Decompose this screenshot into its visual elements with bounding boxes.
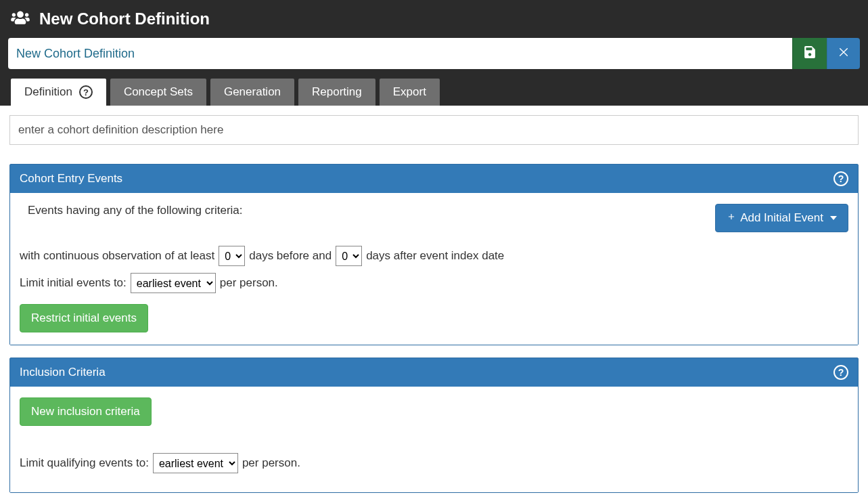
page-title: New Cohort Definition [39,9,210,28]
plus-icon [727,211,736,225]
obs-text-3: days after event index date [366,249,504,263]
panel-inclusion-criteria: Inclusion Criteria ? New inclusion crite… [9,358,859,493]
title-row: New Cohort Definition [8,7,860,38]
tab-label: Concept Sets [124,85,193,99]
tab-generation[interactable]: Generation [210,79,294,106]
panel-body: Events having any of the following crite… [10,193,858,345]
tab-reporting[interactable]: Reporting [298,79,375,106]
tab-label: Definition [24,85,72,99]
panel-body: New inclusion criteria Limit qualifying … [10,387,858,492]
help-icon[interactable]: ? [79,85,93,99]
button-label: Add Initial Event [740,211,823,225]
limit-initial-row: Limit initial events to: earliest event … [20,273,848,293]
help-icon[interactable]: ? [833,365,848,380]
restrict-initial-events-button[interactable]: Restrict initial events [20,304,148,332]
limit-initial-select[interactable]: earliest event [131,273,216,293]
obs-text-2: days before and [249,249,332,263]
app-header: New Cohort Definition Definition ? Conce… [0,0,868,106]
panel-title: Cohort Entry Events [20,172,122,186]
tab-label: Reporting [312,85,362,99]
limit-text-2: per person. [242,456,300,470]
observation-row: with continuous observation of at least … [20,246,848,266]
caret-down-icon [830,216,837,220]
new-inclusion-criteria-button[interactable]: New inclusion criteria [20,397,152,426]
entry-intro-row: Events having any of the following crite… [20,204,848,232]
panel-entry-events: Cohort Entry Events ? Events having any … [9,164,859,345]
limit-text-1: Limit initial events to: [20,276,127,290]
close-icon [838,47,849,60]
panel-header: Cohort Entry Events ? [10,165,858,193]
save-icon [804,46,816,61]
days-after-select[interactable]: 0 [336,246,362,266]
cohort-name-input[interactable] [8,38,792,69]
panel-header: Inclusion Criteria ? [10,358,858,387]
tab-concept-sets[interactable]: Concept Sets [110,79,206,106]
obs-text-1: with continuous observation of at least [20,249,214,263]
limit-qualifying-row: Limit qualifying events to: earliest eve… [20,453,848,473]
tab-label: Generation [224,85,281,99]
add-initial-event-button[interactable]: Add Initial Event [715,204,848,232]
description-input[interactable] [9,115,859,145]
tab-label: Export [393,85,426,99]
save-button[interactable] [792,38,827,69]
close-button[interactable] [827,38,860,69]
limit-text-2: per person. [220,276,278,290]
button-label: Restrict initial events [31,311,137,324]
limit-text-1: Limit qualifying events to: [20,456,149,470]
button-label: New inclusion criteria [31,405,140,418]
limit-qualifying-select[interactable]: earliest event [153,453,238,473]
days-before-select[interactable]: 0 [219,246,245,266]
tabs: Definition ? Concept Sets Generation Rep… [8,79,860,106]
users-icon [11,10,30,28]
name-row [8,38,860,69]
entry-intro-text: Events having any of the following crite… [20,204,243,217]
tab-definition[interactable]: Definition ? [11,79,106,106]
panel-title: Inclusion Criteria [20,366,106,379]
content: Cohort Entry Events ? Events having any … [0,106,868,497]
tab-export[interactable]: Export [380,79,440,106]
help-icon[interactable]: ? [833,171,848,186]
